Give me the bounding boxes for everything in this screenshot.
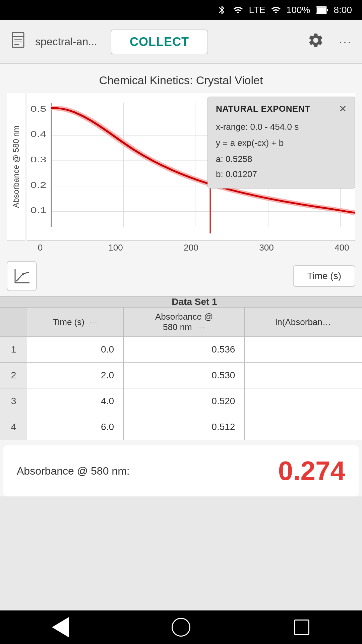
ln-4: [245, 414, 362, 440]
col-header-num: [0, 308, 27, 337]
main-content: Chemical Kinetics: Crystal Violet Absorb…: [0, 64, 362, 496]
recent-button[interactable]: [288, 614, 315, 641]
clock: 8:00: [334, 5, 352, 15]
absorbance-4: 0.512: [124, 414, 245, 440]
collect-button[interactable]: COLLECT: [111, 30, 208, 54]
svg-text:0.3: 0.3: [31, 155, 47, 164]
tooltip-title: NATURAL EXPONENT: [216, 104, 310, 114]
dataset-header-row: Data Set 1: [0, 296, 362, 308]
settings-icon[interactable]: [307, 32, 324, 52]
time-col-dots[interactable]: ···: [89, 318, 98, 327]
back-button[interactable]: [47, 614, 74, 641]
x-label-400: 400: [328, 243, 355, 253]
time-2: 2.0: [27, 363, 124, 388]
time-4: 6.0: [27, 414, 124, 440]
svg-text:0.1: 0.1: [31, 206, 47, 215]
svg-rect-3: [12, 33, 24, 47]
absorbance-1: 0.536: [124, 337, 245, 363]
absorbance-col-dots[interactable]: ···: [197, 323, 205, 332]
absorbance-3: 0.520: [124, 388, 245, 414]
bluetooth-icon: [217, 5, 227, 15]
reading-label: Absorbance @ 580 nm:: [17, 465, 130, 477]
svg-rect-2: [327, 9, 328, 11]
chart-section: Chemical Kinetics: Crystal Violet Absorb…: [0, 70, 362, 256]
recent-icon: [294, 620, 309, 635]
dataset-label: Data Set 1: [27, 296, 362, 308]
nav-bar: [0, 610, 362, 644]
lte-indicator: LTE: [249, 5, 265, 15]
chart-area[interactable]: 0.5 0.4 0.3 0.2 0.1 NATURAL EXPONENT: [27, 93, 355, 240]
tooltip-body: x-range: 0.0 - 454.0 s y = a exp(-cx) + …: [216, 119, 347, 181]
col-header-absorbance: Absorbance @580 nm ···: [124, 308, 245, 337]
x-label-100: 100: [102, 243, 129, 253]
ln-2: [245, 363, 362, 388]
status-bar: LTE 100% 8:00: [0, 0, 362, 20]
row-num-2: 2: [0, 363, 27, 388]
svg-point-26: [22, 273, 24, 275]
col-header-ln: ln(Absorban…: [245, 308, 362, 337]
table-wrapper: Data Set 1 Time (s) ··· Absorbance @580 …: [0, 296, 362, 440]
table-body: 1 0.0 0.536 2 2.0 0.530 3 4.0 0.52: [0, 337, 362, 440]
table-section: Data Set 1 Time (s) ··· Absorbance @580 …: [0, 296, 362, 440]
tooltip-popup: NATURAL EXPONENT ✕ x-range: 0.0 - 454.0 …: [207, 97, 355, 189]
chart-title: Chemical Kinetics: Crystal Violet: [7, 74, 355, 87]
bottom-reading: Absorbance @ 580 nm: 0.274: [3, 445, 359, 496]
y-axis-label: Absorbance @ 580 nm: [7, 93, 25, 240]
home-button[interactable]: [168, 614, 194, 641]
row-num-4: 4: [0, 414, 27, 440]
wifi-icon: [232, 5, 244, 15]
tooltip-formula: y = a exp(-cx) + b: [216, 136, 347, 150]
time-3: 4.0: [27, 388, 124, 414]
curve-fit-icon: [13, 268, 30, 284]
svg-text:0.5: 0.5: [31, 104, 47, 113]
absorbance-2: 0.530: [124, 363, 245, 388]
file-title: spectral-an...: [35, 36, 97, 48]
x-label-0: 0: [27, 243, 54, 253]
time-1: 0.0: [27, 337, 124, 363]
tooltip-param-b: b: 0.01207: [216, 167, 347, 181]
row-num-1: 1: [0, 337, 27, 363]
more-options-icon[interactable]: ···: [339, 35, 352, 49]
column-header-row: Time (s) ··· Absorbance @580 nm ··· ln(A…: [0, 308, 362, 337]
tooltip-header: NATURAL EXPONENT ✕: [216, 104, 347, 114]
chart-controls: Time (s): [0, 256, 362, 296]
tooltip-param-a: a: 0.5258: [216, 152, 347, 166]
table-row: 4 6.0 0.512: [0, 414, 362, 440]
svg-text:0.4: 0.4: [31, 130, 47, 139]
chart-container: Absorbance @ 580 nm 0.5: [7, 93, 355, 240]
table-row: 2 2.0 0.530: [0, 363, 362, 388]
table-row: 3 4.0 0.520: [0, 388, 362, 414]
col-header-time: Time (s) ···: [27, 308, 124, 337]
home-icon: [172, 618, 190, 637]
x-label-200: 200: [178, 243, 204, 253]
x-axis-labels: 0 100 200 300 400: [7, 240, 355, 253]
table-row: 1 0.0 0.536: [0, 337, 362, 363]
chart-type-button[interactable]: [7, 261, 37, 291]
row-num-header: [0, 296, 27, 308]
ln-1: [245, 337, 362, 363]
svg-rect-1: [317, 7, 326, 13]
battery-percent: 100%: [286, 5, 310, 15]
tooltip-close-button[interactable]: ✕: [339, 104, 347, 114]
battery-icon: [316, 6, 328, 14]
top-bar: spectral-an... COLLECT ···: [0, 20, 362, 64]
svg-text:0.2: 0.2: [31, 180, 47, 190]
status-icons: LTE 100% 8:00: [217, 5, 352, 15]
reading-value: 0.274: [278, 455, 345, 486]
signal-icon: [271, 5, 281, 15]
x-label-300: 300: [253, 243, 280, 253]
data-table: Data Set 1 Time (s) ··· Absorbance @580 …: [0, 296, 362, 440]
ln-3: [245, 388, 362, 414]
tooltip-xrange: x-range: 0.0 - 454.0 s: [216, 119, 347, 134]
row-num-3: 3: [0, 388, 27, 414]
back-icon: [52, 617, 69, 637]
file-icon: [10, 31, 28, 53]
x-axis-button[interactable]: Time (s): [293, 265, 355, 287]
